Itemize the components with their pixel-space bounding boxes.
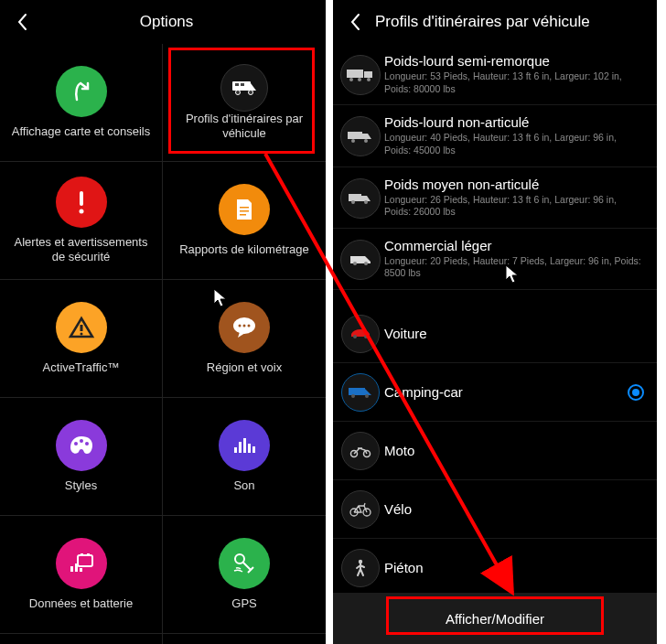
svg-rect-37 bbox=[348, 132, 362, 139]
view-edit-button[interactable]: Afficher/Modifier bbox=[333, 593, 657, 644]
svg-rect-32 bbox=[347, 70, 363, 78]
svg-point-15 bbox=[248, 324, 251, 327]
option-alerts[interactable]: Alertes et avertissements de sécurité bbox=[0, 162, 163, 280]
profile-details: Longueur: 26 Pieds, Hauteur: 13 ft 6 in,… bbox=[384, 194, 644, 219]
semi-truck-icon bbox=[340, 55, 381, 95]
profile-name: Commercial léger bbox=[384, 238, 644, 253]
profile-name: Poids-lourd semi-remorque bbox=[384, 53, 644, 69]
svg-rect-5 bbox=[80, 191, 83, 206]
svg-rect-28 bbox=[75, 564, 78, 572]
back-button[interactable] bbox=[9, 9, 35, 35]
view-edit-label: Afficher/Modifier bbox=[446, 611, 544, 627]
alert-icon bbox=[56, 177, 107, 228]
option-reports[interactable]: Rapports de kilométrage bbox=[163, 162, 326, 280]
svg-point-46 bbox=[364, 335, 368, 338]
svg-rect-47 bbox=[349, 388, 365, 395]
svg-rect-21 bbox=[243, 438, 246, 453]
medium-truck-icon bbox=[340, 178, 381, 219]
option-label: Styles bbox=[65, 478, 97, 493]
satellite-icon bbox=[219, 538, 270, 589]
vehicle-moto[interactable]: Moto bbox=[333, 422, 657, 480]
option-label: Affichage carte et conseils bbox=[12, 124, 151, 139]
options-header: Options bbox=[0, 0, 326, 44]
option-gps[interactable]: GPS bbox=[163, 516, 326, 634]
profiles-title: Profils d'itinéraires par véhicule bbox=[375, 13, 648, 31]
option-traffic[interactable]: ActiveTraffic™ bbox=[0, 280, 163, 398]
vehicle-pedestrian[interactable]: Piéton bbox=[333, 539, 657, 597]
svg-rect-3 bbox=[235, 83, 239, 86]
svg-point-43 bbox=[353, 262, 357, 265]
svg-rect-27 bbox=[70, 566, 73, 572]
vehicle-label: Camping-car bbox=[384, 384, 628, 400]
option-label: Région et voix bbox=[207, 360, 282, 375]
vehicle-label: Voiture bbox=[384, 326, 644, 341]
svg-point-44 bbox=[364, 262, 368, 265]
moto-icon bbox=[341, 432, 380, 470]
svg-point-39 bbox=[364, 139, 368, 143]
svg-point-1 bbox=[236, 90, 241, 94]
svg-rect-7 bbox=[240, 207, 249, 209]
pedestrian-icon bbox=[341, 549, 380, 587]
profile-rigid-medium[interactable]: Poids moyen non-articulé Longueur: 26 Pi… bbox=[333, 167, 657, 229]
svg-point-36 bbox=[367, 78, 371, 81]
profile-details: Longueur: 40 Pieds, Hauteur: 13 ft 6 in,… bbox=[384, 132, 644, 156]
profile-rigid-heavy[interactable]: Poids-lourd non-articulé Longueur: 40 Pi… bbox=[333, 105, 657, 166]
svg-rect-22 bbox=[248, 444, 251, 453]
option-label: ActiveTraffic™ bbox=[43, 360, 120, 375]
option-region-voice[interactable]: Région et voix bbox=[163, 280, 326, 398]
battery-icon bbox=[56, 538, 107, 589]
option-extra-1[interactable] bbox=[0, 634, 163, 644]
svg-point-14 bbox=[243, 324, 246, 327]
option-map-display[interactable]: Affichage carte et conseils bbox=[0, 44, 163, 162]
option-label: GPS bbox=[231, 596, 256, 611]
svg-rect-8 bbox=[240, 210, 249, 212]
profile-light-commercial[interactable]: Commercial léger Longueur: 20 Pieds, Hau… bbox=[333, 229, 657, 290]
rv-icon bbox=[220, 64, 268, 112]
option-label: Rapports de kilométrage bbox=[179, 242, 309, 257]
option-styles[interactable]: Styles bbox=[0, 398, 163, 516]
profile-semi-trailer[interactable]: Poids-lourd semi-remorque Longueur: 53 P… bbox=[333, 44, 657, 105]
radio-selected[interactable] bbox=[628, 384, 644, 401]
svg-rect-20 bbox=[239, 442, 242, 453]
option-data-battery[interactable]: Données et batterie bbox=[0, 516, 163, 634]
vehicle-bike[interactable]: Vélo bbox=[333, 480, 657, 539]
option-sound[interactable]: Son bbox=[163, 398, 326, 516]
campingcar-icon bbox=[341, 373, 380, 412]
profile-details: Longueur: 20 Pieds, Hauteur: 7 Pieds, La… bbox=[384, 255, 644, 280]
vehicle-car[interactable]: Voiture bbox=[333, 305, 657, 363]
vehicle-label: Moto bbox=[384, 443, 644, 458]
svg-rect-26 bbox=[87, 553, 90, 556]
svg-point-18 bbox=[85, 442, 89, 445]
back-button[interactable] bbox=[342, 9, 368, 35]
vehicle-label: Piéton bbox=[384, 560, 644, 575]
traffic-icon bbox=[56, 302, 107, 353]
svg-point-41 bbox=[351, 200, 355, 204]
map-display-icon bbox=[56, 66, 107, 117]
svg-point-6 bbox=[79, 209, 83, 213]
van-icon bbox=[340, 240, 381, 280]
option-label: Profils d'itinéraires par véhicule bbox=[172, 112, 317, 142]
options-title: Options bbox=[42, 13, 291, 31]
svg-rect-25 bbox=[81, 553, 83, 556]
svg-point-35 bbox=[358, 78, 361, 81]
speech-icon bbox=[219, 302, 270, 353]
svg-rect-10 bbox=[80, 325, 82, 331]
bike-icon bbox=[341, 490, 380, 529]
svg-point-16 bbox=[74, 442, 78, 445]
palette-icon bbox=[56, 420, 107, 471]
option-extra-2[interactable] bbox=[163, 634, 326, 644]
svg-rect-9 bbox=[240, 214, 246, 216]
svg-rect-40 bbox=[349, 194, 361, 201]
svg-rect-29 bbox=[80, 568, 82, 572]
vehicle-campingcar[interactable]: Camping-car bbox=[333, 363, 657, 422]
equalizer-icon bbox=[219, 420, 270, 471]
option-label: Son bbox=[233, 478, 254, 493]
profile-details: Longueur: 53 Pieds, Hauteur: 13 ft 6 in,… bbox=[384, 70, 644, 95]
svg-point-48 bbox=[351, 394, 355, 398]
svg-point-2 bbox=[249, 90, 253, 94]
rigid-truck-icon bbox=[340, 116, 381, 156]
svg-point-42 bbox=[364, 200, 368, 204]
vehicle-label: Vélo bbox=[384, 501, 644, 517]
option-vehicle-profiles[interactable]: Profils d'itinéraires par véhicule bbox=[163, 44, 326, 162]
option-label: Alertes et avertissements de sécurité bbox=[9, 235, 153, 265]
